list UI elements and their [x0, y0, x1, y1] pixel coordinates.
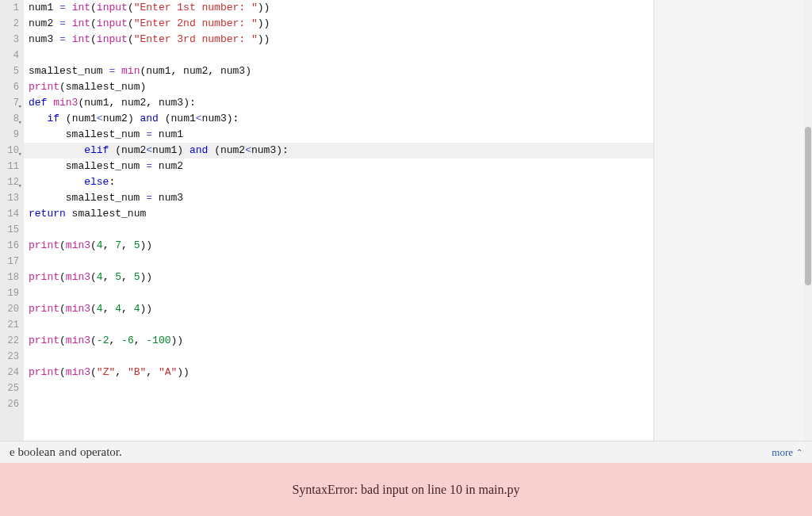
code-line[interactable]	[24, 285, 653, 301]
gutter-line: 23	[0, 349, 19, 365]
gutter-line: 16	[0, 238, 19, 254]
gutter-line: 24	[0, 365, 19, 380]
gutter-line: 15	[0, 222, 19, 238]
right-pane	[653, 0, 812, 441]
gutter-line: 14	[0, 206, 19, 222]
code-line[interactable]: num1 = int(input("Enter 1st number: "))	[24, 0, 653, 16]
gutter-line: 26	[0, 396, 19, 412]
gutter-line: 4	[0, 48, 19, 63]
gutter-line: 20	[0, 301, 19, 317]
gutter-line: 5	[0, 63, 19, 79]
code-line[interactable]	[24, 396, 653, 412]
code-line[interactable]	[24, 380, 653, 396]
code-lines[interactable]: num1 = int(input("Enter 1st number: "))n…	[24, 0, 653, 441]
hint-prefix: e boolean	[10, 445, 59, 458]
code-pane[interactable]: 1234567▾8▾910▾1112▾131415161718192021222…	[0, 0, 653, 441]
gutter-line: 25	[0, 380, 19, 396]
error-bar: SyntaxError: bad input on line 10 in mai…	[0, 463, 812, 516]
gutter-line: 6	[0, 79, 19, 95]
scrollbar-track[interactable]	[804, 0, 812, 441]
hint-mono: and	[59, 446, 77, 458]
error-message: SyntaxError: bad input on line 10 in mai…	[292, 483, 519, 497]
more-label: more	[772, 446, 793, 459]
code-line[interactable]: else:	[24, 174, 653, 190]
gutter-line: 19	[0, 285, 19, 301]
hint-suffix: operator.	[77, 445, 122, 458]
scrollbar-thumb[interactable]	[805, 127, 811, 285]
code-line[interactable]: return smallest_num	[24, 206, 653, 222]
more-link[interactable]: more ⌃	[772, 446, 802, 459]
gutter-line: 12▾	[0, 174, 19, 190]
gutter-line: 2	[0, 16, 19, 32]
editor-container: 1234567▾8▾910▾1112▾131415161718192021222…	[0, 0, 812, 441]
gutter-line: 10▾	[0, 143, 19, 159]
chevron-up-icon: ⌃	[796, 448, 802, 457]
code-line[interactable]: smallest_num = num1	[24, 127, 653, 143]
gutter-line: 8▾	[0, 111, 19, 127]
code-line[interactable]: smallest_num = num3	[24, 190, 653, 206]
code-line[interactable]: elif (num2<num1) and (num2<num3):	[24, 143, 653, 159]
hint-bar: e boolean and operator. more ⌃	[0, 441, 812, 463]
code-line[interactable]: print(min3(-2, -6, -100))	[24, 333, 653, 349]
code-line[interactable]: smallest_num = min(num1, num2, num3)	[24, 63, 653, 79]
code-line[interactable]: print(min3(4, 5, 5))	[24, 269, 653, 285]
code-line[interactable]: print(min3(4, 7, 5))	[24, 238, 653, 254]
code-line[interactable]	[24, 349, 653, 365]
gutter-line: 21	[0, 317, 19, 333]
code-line[interactable]: print(min3("Z", "B", "A"))	[24, 365, 653, 380]
gutter-line: 22	[0, 333, 19, 349]
gutter-line: 17	[0, 254, 19, 269]
gutter-line: 7▾	[0, 95, 19, 111]
gutter-line: 1	[0, 0, 19, 16]
gutter-line: 11	[0, 159, 19, 174]
code-line[interactable]	[24, 222, 653, 238]
code-line[interactable]	[24, 48, 653, 63]
code-line[interactable]: print(smallest_num)	[24, 79, 653, 95]
gutter-line: 3	[0, 32, 19, 48]
gutter-line: 18	[0, 269, 19, 285]
gutter-line: 9	[0, 127, 19, 143]
line-gutter: 1234567▾8▾910▾1112▾131415161718192021222…	[0, 0, 24, 441]
code-line[interactable]: smallest_num = num2	[24, 159, 653, 174]
code-line[interactable]: if (num1<num2) and (num1<num3):	[24, 111, 653, 127]
code-line[interactable]: num3 = int(input("Enter 3rd number: "))	[24, 32, 653, 48]
code-line[interactable]: def min3(num1, num2, num3):	[24, 95, 653, 111]
code-line[interactable]: print(min3(4, 4, 4))	[24, 301, 653, 317]
gutter-line: 13	[0, 190, 19, 206]
code-line[interactable]	[24, 254, 653, 269]
hint-text: e boolean and operator.	[10, 445, 122, 459]
code-line[interactable]	[24, 317, 653, 333]
code-line[interactable]: num2 = int(input("Enter 2nd number: "))	[24, 16, 653, 32]
